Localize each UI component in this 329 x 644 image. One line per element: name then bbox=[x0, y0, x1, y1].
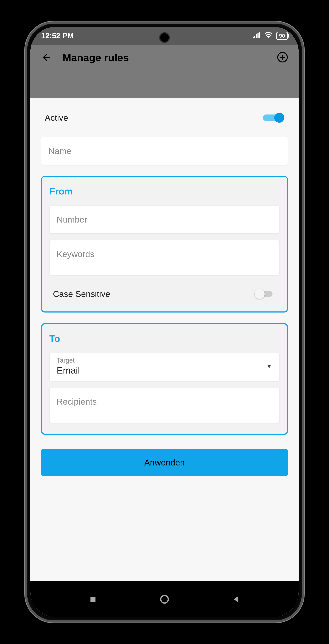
active-label: Active bbox=[45, 113, 68, 123]
phone-screen: 12:52 PM 90 Manage rules Active bbox=[30, 27, 299, 617]
target-value: Email bbox=[57, 365, 80, 376]
case-sensitive-row: Case Sensitive bbox=[49, 282, 280, 302]
status-right: 90 bbox=[253, 32, 288, 40]
svg-rect-0 bbox=[253, 37, 254, 38]
page-title: Manage rules bbox=[63, 50, 266, 64]
number-input[interactable] bbox=[57, 215, 272, 224]
active-row: Active bbox=[41, 113, 288, 137]
target-select[interactable]: Target Email ▼ bbox=[49, 353, 280, 381]
nav-bar bbox=[30, 582, 299, 617]
number-field[interactable] bbox=[49, 206, 280, 234]
name-field[interactable] bbox=[41, 137, 288, 165]
recipients-input[interactable] bbox=[57, 397, 272, 406]
plus-circle-icon bbox=[277, 52, 288, 63]
camera-notch bbox=[159, 32, 170, 43]
to-title: To bbox=[49, 333, 280, 344]
back-button[interactable] bbox=[39, 50, 54, 64]
svg-rect-3 bbox=[258, 33, 259, 38]
svg-rect-7 bbox=[90, 597, 95, 602]
nav-back-button[interactable] bbox=[229, 592, 243, 606]
toggle-thumb bbox=[255, 289, 265, 299]
keywords-field[interactable] bbox=[49, 240, 280, 275]
case-sensitive-toggle[interactable] bbox=[255, 289, 276, 299]
square-icon bbox=[89, 595, 97, 604]
target-label: Target bbox=[57, 357, 80, 364]
side-button bbox=[304, 283, 306, 333]
svg-rect-1 bbox=[254, 36, 255, 38]
case-sensitive-label: Case Sensitive bbox=[53, 289, 110, 299]
triangle-left-icon bbox=[232, 595, 240, 604]
battery-level: 90 bbox=[279, 33, 285, 39]
recipients-field[interactable] bbox=[49, 388, 280, 423]
active-toggle[interactable] bbox=[263, 113, 284, 123]
phone-frame: 12:52 PM 90 Manage rules Active bbox=[25, 22, 304, 622]
status-time: 12:52 PM bbox=[41, 32, 74, 40]
side-button bbox=[304, 170, 306, 206]
from-title: From bbox=[49, 186, 280, 196]
svg-rect-4 bbox=[259, 32, 260, 38]
nav-recent-button[interactable] bbox=[86, 592, 100, 606]
from-section: From Case Sensitive bbox=[41, 176, 288, 312]
arrow-left-icon bbox=[41, 52, 52, 62]
name-input[interactable] bbox=[48, 146, 281, 156]
chevron-down-icon: ▼ bbox=[266, 362, 272, 370]
target-select-inner: Target Email bbox=[57, 357, 80, 376]
to-section: To Target Email ▼ bbox=[41, 323, 288, 435]
add-button[interactable] bbox=[275, 50, 290, 64]
svg-point-5 bbox=[268, 37, 269, 38]
form-content: Active From Case Sensitive bbox=[30, 98, 299, 487]
cell-signal-icon bbox=[253, 32, 261, 40]
svg-point-8 bbox=[161, 596, 168, 603]
app-bar: Manage rules bbox=[30, 45, 299, 98]
nav-home-button[interactable] bbox=[157, 592, 172, 606]
battery-icon: 90 bbox=[276, 32, 288, 40]
apply-button[interactable]: Anwenden bbox=[41, 449, 288, 476]
svg-rect-2 bbox=[256, 34, 257, 38]
keywords-input[interactable] bbox=[57, 249, 272, 259]
toggle-thumb bbox=[274, 113, 284, 123]
side-button bbox=[304, 217, 306, 244]
wifi-icon bbox=[264, 32, 273, 40]
circle-icon bbox=[159, 594, 170, 604]
